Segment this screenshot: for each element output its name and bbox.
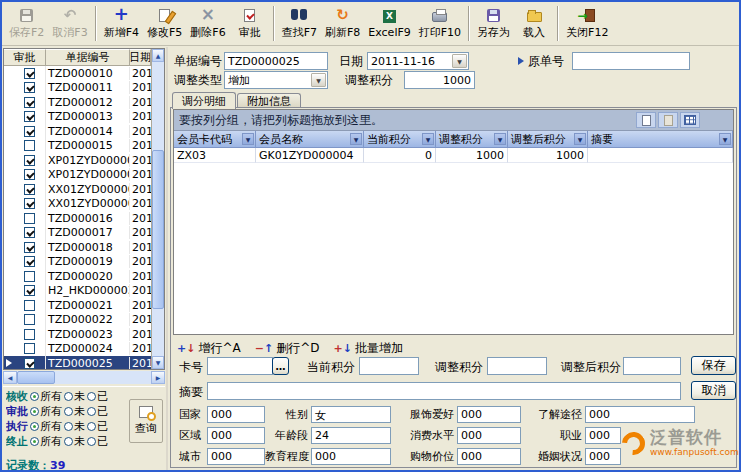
checkbox-checked[interactable] bbox=[24, 358, 35, 369]
grid-cell-1[interactable]: GK01ZYD000004 bbox=[256, 148, 364, 163]
document-list-row[interactable]: TZD000017201 bbox=[4, 226, 151, 241]
scroll-down-icon[interactable]: ▼ bbox=[152, 356, 164, 369]
document-list-row[interactable]: XX01ZYD0000052201 bbox=[4, 182, 151, 197]
radio-icon[interactable] bbox=[64, 422, 73, 431]
checkbox-checked[interactable] bbox=[24, 184, 35, 195]
tab-extra-info[interactable]: 附加信息 bbox=[237, 93, 301, 108]
approve-cell[interactable] bbox=[14, 327, 46, 342]
scrollbar-thumb[interactable] bbox=[17, 371, 55, 384]
checkbox-unchecked[interactable] bbox=[24, 314, 35, 325]
profile-input[interactable]: 000 bbox=[457, 448, 521, 465]
toolbar-button-edit[interactable]: 修改F5 bbox=[143, 3, 186, 44]
approve-cell[interactable] bbox=[14, 139, 46, 154]
scroll-up-icon[interactable]: ▲ bbox=[152, 49, 164, 62]
toolbar-button-print[interactable]: 打印F10 bbox=[415, 3, 465, 44]
filter-dropdown-icon[interactable]: ▼ bbox=[422, 133, 434, 145]
radio-icon[interactable] bbox=[64, 392, 73, 401]
approve-cell[interactable] bbox=[14, 81, 46, 96]
checkbox-checked[interactable] bbox=[24, 242, 35, 253]
radio-icon[interactable] bbox=[87, 392, 96, 401]
radio-selected-icon[interactable] bbox=[30, 407, 39, 416]
checkbox-unchecked[interactable] bbox=[24, 300, 35, 311]
approve-cell[interactable] bbox=[14, 211, 46, 226]
insert-row-button[interactable]: 增行^A bbox=[177, 340, 241, 357]
grid-column-1[interactable]: 会员名称▼ bbox=[256, 131, 364, 148]
after-points-input[interactable] bbox=[623, 357, 681, 375]
approve-cell[interactable] bbox=[14, 255, 46, 270]
grid-cell-5[interactable] bbox=[588, 148, 733, 163]
profile-input[interactable]: 000 bbox=[585, 448, 621, 465]
checkbox-checked[interactable] bbox=[24, 169, 35, 180]
approve-cell[interactable] bbox=[14, 298, 46, 313]
profile-input[interactable]: 24 bbox=[311, 427, 391, 444]
toolbar-button-add[interactable]: 新增F4 bbox=[100, 3, 143, 44]
checkbox-unchecked[interactable] bbox=[24, 329, 35, 340]
radio-option[interactable]: 未 bbox=[64, 389, 85, 404]
approve-cell[interactable] bbox=[14, 284, 46, 299]
scrollbar-track[interactable] bbox=[152, 62, 164, 356]
document-list-row[interactable]: XX01ZYD0000066201 bbox=[4, 197, 151, 212]
approve-cell[interactable] bbox=[14, 124, 46, 139]
approve-cell[interactable] bbox=[14, 226, 46, 241]
filter-dropdown-icon[interactable]: ▼ bbox=[350, 133, 362, 145]
checkbox-checked[interactable] bbox=[24, 256, 35, 267]
approve-cell[interactable] bbox=[14, 313, 46, 328]
radio-option[interactable]: 未 bbox=[64, 419, 85, 434]
checkbox-checked[interactable] bbox=[24, 68, 35, 79]
scroll-right-icon[interactable]: ▶ bbox=[151, 371, 165, 384]
document-list-row[interactable]: TZD000014201 bbox=[4, 124, 151, 139]
profile-input[interactable]: 000 bbox=[207, 427, 265, 444]
scroll-left-icon[interactable]: ◀ bbox=[3, 371, 17, 384]
checkbox-checked[interactable] bbox=[24, 285, 35, 296]
radio-icon[interactable] bbox=[64, 407, 73, 416]
checkbox-unchecked[interactable] bbox=[24, 140, 35, 151]
list-column-header-2[interactable]: 日期 bbox=[130, 49, 151, 66]
radio-option[interactable]: 已 bbox=[87, 434, 108, 449]
card-no-input[interactable] bbox=[207, 357, 273, 375]
document-list-row[interactable]: TZD000016201 bbox=[4, 211, 151, 226]
checkbox-checked[interactable] bbox=[24, 82, 35, 93]
grid-column-4[interactable]: 调整后积分▼ bbox=[508, 131, 588, 148]
toolbar-button-load[interactable]: 载入 bbox=[514, 3, 554, 44]
radio-option[interactable]: 所有 bbox=[30, 434, 62, 449]
chevron-down-icon[interactable]: ▼ bbox=[452, 54, 467, 68]
orig-no-input[interactable] bbox=[572, 52, 690, 70]
horizontal-scrollbar[interactable]: ◀ ▶ bbox=[3, 371, 165, 384]
memo-input[interactable] bbox=[207, 382, 681, 400]
approve-cell[interactable] bbox=[14, 269, 46, 284]
tab-detail[interactable]: 调分明细 bbox=[172, 92, 236, 109]
approve-cell[interactable] bbox=[14, 197, 46, 212]
checkbox-checked[interactable] bbox=[24, 155, 35, 166]
document-list-row[interactable]: TZD000010201 bbox=[4, 66, 151, 81]
grid-column-5[interactable]: 摘要▼ bbox=[588, 131, 733, 148]
grid-view-button[interactable] bbox=[680, 112, 700, 128]
document-list-row[interactable]: TZD000011201 bbox=[4, 81, 151, 96]
checkbox-unchecked[interactable] bbox=[24, 271, 35, 282]
radio-selected-icon[interactable] bbox=[30, 422, 39, 431]
filter-dropdown-icon[interactable]: ▼ bbox=[242, 133, 254, 145]
radio-option[interactable]: 未 bbox=[64, 434, 85, 449]
document-list-row[interactable]: TZD000015201 bbox=[4, 139, 151, 154]
document-list-row[interactable]: TZD000021201 bbox=[4, 298, 151, 313]
checkbox-checked[interactable] bbox=[24, 198, 35, 209]
approve-cell[interactable] bbox=[14, 342, 46, 357]
grid-column-3[interactable]: 调整积分▼ bbox=[436, 131, 508, 148]
toolbar-button-exit[interactable]: 关闭F12 bbox=[562, 3, 612, 44]
adjust-points-input[interactable]: 1000 bbox=[404, 71, 475, 89]
document-list-row[interactable]: TZD000018201 bbox=[4, 240, 151, 255]
radio-option[interactable]: 已 bbox=[87, 389, 108, 404]
scrollbar-thumb[interactable] bbox=[152, 150, 164, 309]
approve-cell[interactable] bbox=[14, 95, 46, 110]
chevron-down-icon[interactable]: ▼ bbox=[311, 73, 326, 87]
approve-cell[interactable] bbox=[14, 356, 46, 369]
adjust-points-input[interactable] bbox=[487, 357, 547, 375]
query-button[interactable]: 查询 bbox=[129, 399, 163, 443]
toolbar-button-delete[interactable]: 删除F6 bbox=[186, 3, 229, 44]
profile-input[interactable]: 000 bbox=[311, 448, 391, 465]
approve-cell[interactable] bbox=[14, 240, 46, 255]
profile-input[interactable]: 000 bbox=[585, 427, 621, 444]
grid-column-0[interactable]: 会员卡代码▼ bbox=[174, 131, 256, 148]
profile-input[interactable]: 000 bbox=[457, 406, 521, 423]
radio-icon[interactable] bbox=[87, 422, 96, 431]
document-list-row[interactable]: TZD000020201 bbox=[4, 269, 151, 284]
